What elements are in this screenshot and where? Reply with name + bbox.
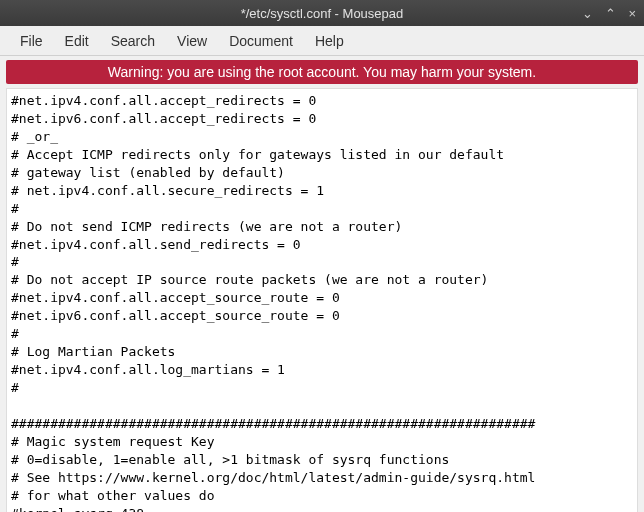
titlebar: */etc/sysctl.conf - Mousepad ⌄ ⌃ × bbox=[0, 0, 644, 26]
warning-bar: Warning: you are using the root account.… bbox=[6, 60, 638, 84]
menu-help[interactable]: Help bbox=[305, 29, 354, 53]
menu-file[interactable]: File bbox=[10, 29, 53, 53]
close-button[interactable]: × bbox=[628, 7, 636, 20]
maximize-button[interactable]: ⌃ bbox=[605, 7, 616, 20]
window-title: */etc/sysctl.conf - Mousepad bbox=[68, 6, 576, 21]
menu-document[interactable]: Document bbox=[219, 29, 303, 53]
menu-search[interactable]: Search bbox=[101, 29, 165, 53]
editor-content[interactable]: #net.ipv4.conf.all.accept_redirects = 0 … bbox=[7, 89, 637, 512]
editor-area[interactable]: #net.ipv4.conf.all.accept_redirects = 0 … bbox=[6, 88, 638, 512]
menubar: File Edit Search View Document Help bbox=[0, 26, 644, 56]
titlebar-buttons: ⌄ ⌃ × bbox=[576, 7, 636, 20]
editor-text: #net.ipv4.conf.all.accept_redirects = 0 … bbox=[11, 93, 535, 512]
menu-edit[interactable]: Edit bbox=[55, 29, 99, 53]
menu-view[interactable]: View bbox=[167, 29, 217, 53]
minimize-button[interactable]: ⌄ bbox=[582, 7, 593, 20]
